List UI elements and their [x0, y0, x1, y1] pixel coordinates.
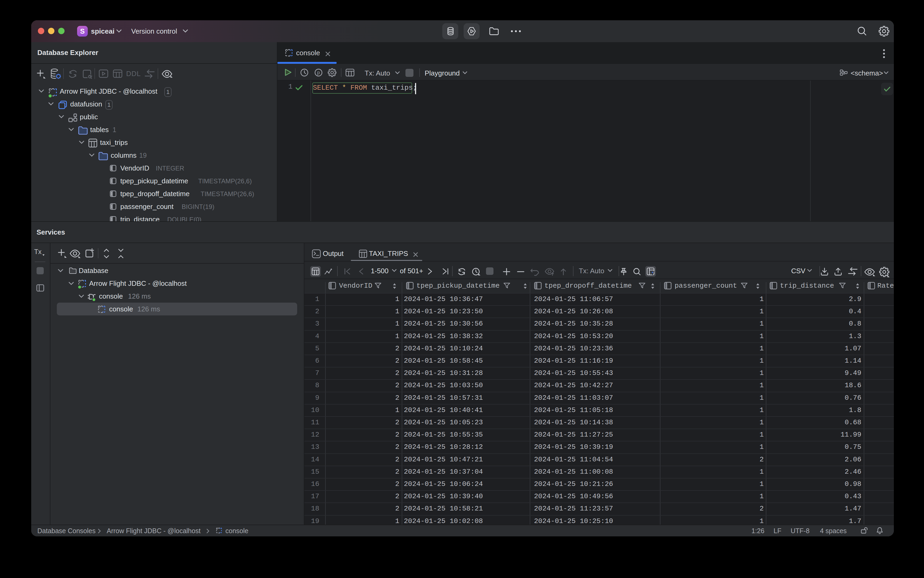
- svg-text:p: p: [317, 70, 320, 75]
